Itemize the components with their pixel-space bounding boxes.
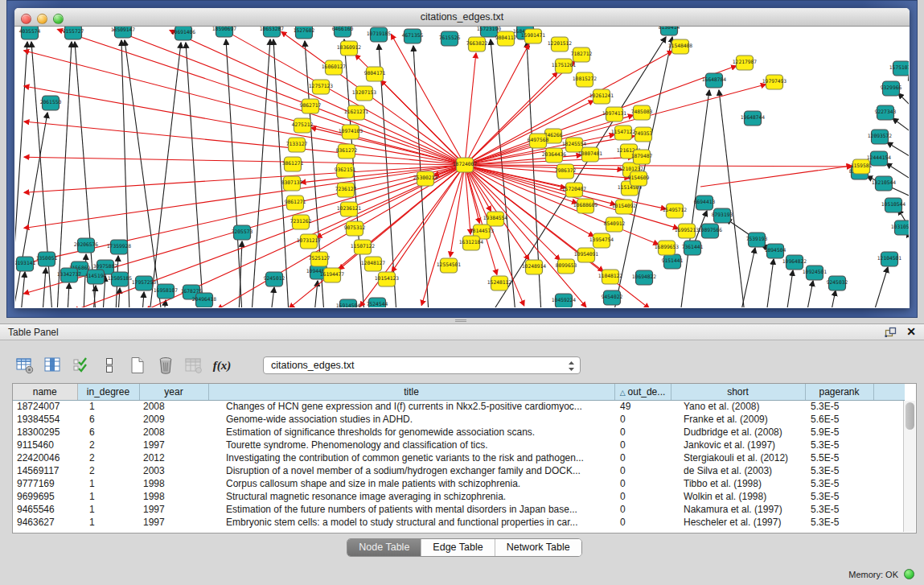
status-bar: Memory: OK xyxy=(0,563,924,585)
graph-node-label: 9245012 xyxy=(264,275,285,281)
citation-edge-red[interactable] xyxy=(24,165,465,192)
citation-edge-black[interactable] xyxy=(31,42,52,307)
citation-edge-red[interactable] xyxy=(170,31,465,165)
table-row[interactable]: 1456911722003Disruption of a novel membe… xyxy=(13,464,905,477)
citation-edge-black[interactable] xyxy=(121,40,129,307)
column-header-pagerank[interactable]: pagerank xyxy=(805,384,873,400)
table-row[interactable]: 1872400712008Changes of HCN gene express… xyxy=(13,400,905,413)
column-header-short[interactable]: short xyxy=(671,384,805,400)
table-cell: 19384554 xyxy=(13,413,77,426)
table-row[interactable]: 946362711997Embryonic stem cells: a mode… xyxy=(13,516,905,529)
column-header-in_degree[interactable]: in_degree xyxy=(77,384,139,400)
graph-node-label: 10459224 xyxy=(552,297,577,303)
column-header-name[interactable]: name xyxy=(13,384,77,400)
graph-node-label: 13509147 xyxy=(111,27,136,32)
citation-edge-red[interactable] xyxy=(465,53,476,165)
citation-edge-black[interactable] xyxy=(873,267,888,307)
citation-edge-black[interactable] xyxy=(118,288,120,307)
citation-edge-black[interactable] xyxy=(15,113,47,307)
citation-edge-black[interactable] xyxy=(68,283,69,307)
graph-node-label: 7182712 xyxy=(571,51,593,56)
row-height-button[interactable] xyxy=(97,353,122,377)
delete-table-button[interactable] xyxy=(153,353,179,377)
citation-edge-black[interactable] xyxy=(907,232,909,257)
citation-graph[interactable]: 4035574915572713509147206914061859069710… xyxy=(15,27,909,307)
graph-node-label: 9861271 xyxy=(285,199,306,204)
table-cell: Stergiakouli et al. (2012) xyxy=(671,451,805,464)
table-cell: Yano et al. (2008) xyxy=(671,400,805,413)
citation-edge-black[interactable] xyxy=(252,39,270,307)
citation-edge-black[interactable] xyxy=(766,259,774,307)
graph-node-label: 1145194 xyxy=(85,273,107,278)
citation-edge-red[interactable] xyxy=(311,128,465,165)
tab-node-table[interactable]: Node Table xyxy=(347,539,421,556)
table-scrollbar[interactable] xyxy=(903,401,915,532)
function-builder-button[interactable]: f(x) xyxy=(209,353,235,377)
table-cell: Changes of HCN gene expression and I(f) … xyxy=(208,400,614,413)
graph-node-label: 16899653 xyxy=(655,244,680,249)
graph-node-label: 7524544 xyxy=(367,301,388,307)
citation-edge-black[interactable] xyxy=(898,93,909,113)
select-all-rows-button[interactable] xyxy=(68,353,94,377)
table-row[interactable]: 2242004622012Investigating the contribut… xyxy=(13,451,905,464)
table-row[interactable]: 1830029562008Estimation of significance … xyxy=(13,426,905,439)
table-cell xyxy=(873,490,905,503)
table-row[interactable]: 977716911998Corpus callosum shape and si… xyxy=(13,477,905,490)
show-column-button[interactable] xyxy=(40,353,66,377)
citation-edge-black[interactable] xyxy=(807,281,813,307)
graph-node-label: 10974131 xyxy=(602,110,627,116)
graph-node-label: 17957253 xyxy=(132,279,157,285)
graph-node-label: 10807481 xyxy=(578,150,603,156)
graph-node-label: 6497568 xyxy=(528,137,549,142)
table-cell: 5.3E-5 xyxy=(805,400,873,413)
table-row[interactable]: 1938455462009Genome-wide association stu… xyxy=(13,413,905,426)
column-header-filler xyxy=(873,384,905,400)
citation-edge-black[interactable] xyxy=(893,118,909,137)
citation-edge-black[interactable] xyxy=(271,287,274,307)
divider-grip-icon[interactable] xyxy=(455,319,466,322)
citation-edge-red[interactable] xyxy=(700,166,852,187)
graph-node-label: 9151441 xyxy=(662,257,684,263)
citation-edge-red[interactable] xyxy=(391,35,465,165)
table-cell: 2003 xyxy=(139,464,208,477)
citation-edge-black[interactable] xyxy=(21,272,25,307)
table-row[interactable]: 969969511998Structural magnetic resonanc… xyxy=(13,490,905,503)
network-window[interactable]: citations_edges.txt 40355749155727135091… xyxy=(14,8,910,308)
table-selector-dropdown[interactable]: citations_edges.txt xyxy=(263,356,581,374)
new-table-button[interactable] xyxy=(125,353,150,377)
float-panel-icon[interactable] xyxy=(885,327,897,338)
citation-edge-black[interactable] xyxy=(150,43,181,307)
citation-edge-red[interactable] xyxy=(465,84,766,165)
window-titlebar[interactable]: citations_edges.txt xyxy=(14,8,910,27)
citation-edge-black[interactable] xyxy=(719,90,745,307)
table-cell: 1997 xyxy=(139,516,208,529)
graph-node-label: 11547122 xyxy=(611,129,636,134)
close-panel-icon[interactable]: ✕ xyxy=(906,326,916,338)
table-cell: 1 xyxy=(77,503,139,516)
tab-network-table[interactable]: Network Table xyxy=(495,539,581,556)
table-cell: Disruption of a novel member of a sodium… xyxy=(208,464,614,477)
table-row[interactable]: 946554611997Estimation of the future num… xyxy=(13,503,905,516)
panel-divider[interactable] xyxy=(0,318,924,323)
table-cell: 2012 xyxy=(139,451,208,464)
citation-edge-red[interactable] xyxy=(360,165,465,307)
column-header-out_de...[interactable]: △out_de... xyxy=(614,384,671,400)
table-settings-button[interactable] xyxy=(12,353,38,377)
citation-edge-black[interactable] xyxy=(125,40,162,307)
citation-edge-black[interactable] xyxy=(273,39,289,307)
graph-node-label: 4035574 xyxy=(19,28,41,34)
table-cell: 0 xyxy=(614,426,671,439)
graph-node-label: 2061550 xyxy=(40,99,62,105)
column-header-year[interactable]: year xyxy=(139,384,208,400)
table-row[interactable]: 911546021997Tourette syndrome. Phenomeno… xyxy=(13,439,905,451)
column-header-title[interactable]: title xyxy=(208,384,614,400)
citation-edge-black[interactable] xyxy=(786,270,793,307)
table-scrollbar-thumb[interactable] xyxy=(906,402,914,430)
memory-status-label: Memory: OK xyxy=(848,570,898,579)
graph-node-label: 7236127 xyxy=(335,186,357,192)
citation-edge-black[interactable] xyxy=(142,292,144,307)
network-canvas[interactable]: 4035574915572713509147206914061859069710… xyxy=(15,27,909,307)
tab-edge-table[interactable]: Edge Table xyxy=(421,539,495,556)
citation-edge-red[interactable] xyxy=(24,51,465,165)
citation-edge-black[interactable] xyxy=(831,290,836,307)
